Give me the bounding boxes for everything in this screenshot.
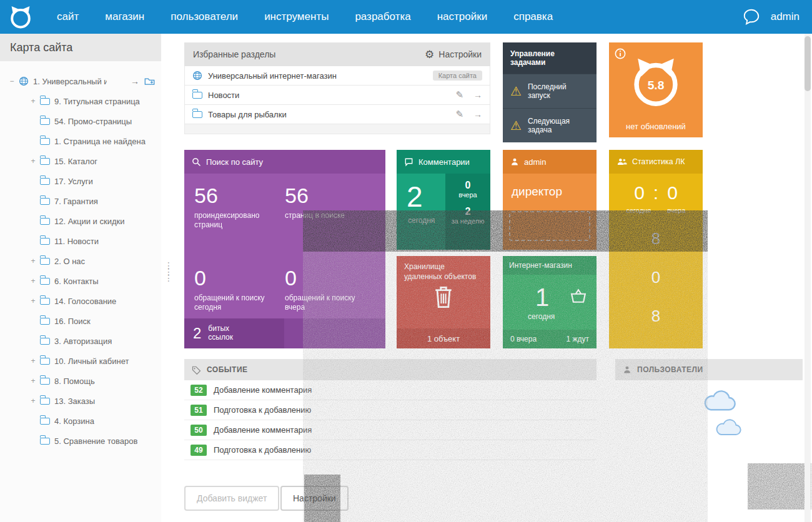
tree-item[interactable]: 17. Услуги: [0, 171, 161, 191]
stat-value: 56: [285, 185, 375, 206]
tree-item[interactable]: +10. Личный кабинет: [0, 351, 161, 371]
trash-widget: Хранилище удаленных объектов 1 объект: [397, 256, 490, 348]
tree-item[interactable]: +9. Титульная страница: [0, 91, 161, 111]
stat-value: 56: [194, 185, 285, 206]
tree-item-label: 15. Каталог: [54, 157, 97, 166]
scrollbar-thumb[interactable]: [805, 36, 811, 91]
menu-item-settings[interactable]: настройки: [424, 0, 500, 34]
update-widget: 5.8 нет обновлений: [609, 42, 703, 137]
hostcms-logo[interactable]: [7, 4, 34, 30]
settings-button[interactable]: Настройки: [280, 486, 349, 511]
tree-item-label: 4. Корзина: [54, 416, 94, 426]
go-to-icon[interactable]: →: [473, 109, 482, 119]
info-icon[interactable]: [615, 48, 626, 62]
trash-icon: [397, 285, 490, 310]
shop-waiting: 1 ждут: [566, 335, 589, 343]
current-user[interactable]: admin: [771, 11, 800, 23]
comments-title: Комментарии: [418, 157, 470, 167]
stat-label: обращений к поиску сегодня: [194, 293, 277, 312]
tree-item[interactable]: 3. Авторизация: [0, 331, 161, 351]
tree-expand-toggle[interactable]: +: [29, 97, 37, 106]
event-row[interactable]: 52 Добавление комментария: [184, 380, 597, 400]
site-search-title: Поиск по сайту: [206, 157, 263, 167]
folder-icon: [192, 111, 202, 118]
comments-widget: Комментарии 2 сегодня 0 вчера 2 за недел…: [397, 150, 490, 250]
event-row[interactable]: 49 Подготовка к добавлению: [184, 440, 597, 460]
tree-item[interactable]: 54. Промо-страницы: [0, 111, 161, 131]
folder-icon: [40, 418, 50, 425]
stat-value: 2: [445, 206, 490, 217]
folder-icon: [40, 278, 50, 285]
favorite-row-news[interactable]: Новости ✎ →: [184, 86, 490, 105]
menu-item-help[interactable]: справка: [500, 0, 566, 34]
menu-item-development[interactable]: разработка: [342, 0, 423, 34]
tree-item[interactable]: 12. Акции и скидки: [0, 211, 161, 231]
folder-icon: [40, 158, 50, 165]
messages-icon[interactable]: [742, 7, 761, 26]
tree-item[interactable]: 7. Гарантия: [0, 191, 161, 211]
event-row[interactable]: 50 Добавление комментария: [184, 420, 597, 440]
tree-item-label: 1. Страница не найдена: [54, 137, 146, 146]
tree-item[interactable]: +2. О нас: [0, 251, 161, 271]
tree-item[interactable]: 4. Корзина: [0, 411, 161, 431]
favorites-settings-label: Настройки: [438, 49, 482, 59]
tree-expand-toggle[interactable]: +: [29, 277, 37, 285]
add-widget-button[interactable]: Добавить виджет: [184, 486, 279, 511]
menu-item-users[interactable]: пользователи: [157, 0, 251, 34]
tree-item[interactable]: +6. Контакты: [0, 271, 161, 291]
broken-links-label: битых ссылок: [208, 325, 247, 342]
tree-expand-toggle[interactable]: +: [29, 157, 37, 165]
sidebar: Карта сайта − 1. Универсальный интернет-…: [0, 34, 161, 522]
edit-icon[interactable]: ✎: [455, 89, 463, 101]
lk-extra-value: 0: [651, 269, 660, 285]
go-to-icon[interactable]: →: [473, 90, 482, 100]
sidebar-title: Карта сайта: [0, 34, 161, 61]
tree-item[interactable]: +15. Каталог: [0, 151, 161, 171]
tree-item[interactable]: 16. Поиск: [0, 311, 161, 331]
favorite-row-fishing[interactable]: Товары для рыбалки ✎ →: [184, 105, 490, 124]
people-icon: [616, 157, 627, 166]
stat-label: проиндексировано страниц: [194, 211, 277, 230]
tree-item-label: 1. Универсальный интернет-магазин: [33, 77, 107, 86]
shop-today-label: сегодня: [528, 312, 555, 321]
scrollbar-track[interactable]: [805, 34, 811, 522]
stat-in-search: 56 страниц в поиске: [285, 185, 375, 230]
site-map-badge: Карта сайта: [433, 71, 482, 81]
broken-links-value: 2: [193, 325, 201, 342]
favorite-row-site[interactable]: Универсальный интернет-магазин Карта сай…: [184, 66, 490, 86]
menu-item-shop[interactable]: магазин: [92, 0, 157, 34]
tree-expand-toggle[interactable]: +: [29, 377, 37, 385]
menu-item-site[interactable]: сайт: [44, 0, 92, 34]
person-icon: [510, 157, 519, 166]
tree-item[interactable]: +14. Голосование: [0, 291, 161, 311]
users-table-title: ПОЛЬЗОВАТЕЛИ: [637, 365, 703, 374]
topbar-right: admin: [742, 0, 800, 34]
tree-expand-toggle[interactable]: +: [29, 357, 37, 365]
sidebar-resize-handle[interactable]: ⋮⋮⋮: [164, 262, 173, 281]
task-last-run[interactable]: ⚠ Последний запуск: [503, 74, 597, 108]
broken-links-stat: 2 битых ссылок: [184, 318, 284, 348]
tree-item[interactable]: +8. Помощь: [0, 371, 161, 391]
favorite-row-label: Универсальный интернет-магазин: [208, 71, 337, 81]
tree-expand-toggle[interactable]: −: [7, 77, 16, 86]
tree-item[interactable]: 11. Новости: [0, 231, 161, 251]
tree-expand-toggle[interactable]: +: [29, 396, 37, 405]
tree-expand-toggle[interactable]: +: [29, 297, 37, 305]
edit-icon[interactable]: ✎: [455, 109, 463, 120]
add-folder-icon[interactable]: [144, 77, 155, 86]
tree-item[interactable]: +13. Заказы: [0, 391, 161, 411]
lk-extra-value: 8: [651, 308, 660, 324]
comment-icon: [404, 157, 413, 167]
go-to-icon[interactable]: →: [131, 76, 139, 86]
row-actions: ✎ →: [455, 89, 482, 101]
menu-item-tools[interactable]: инструменты: [251, 0, 342, 34]
tree-item-label: 12. Акции и скидки: [54, 217, 124, 226]
tree-expand-toggle[interactable]: +: [29, 257, 37, 265]
tree-item-root[interactable]: − 1. Универсальный интернет-магазин →: [0, 71, 161, 91]
tree-item[interactable]: 5. Сравнение товаров: [0, 431, 161, 451]
favorites-settings-button[interactable]: ⚙ Настройки: [425, 48, 482, 61]
event-row[interactable]: 51 Подготовка к добавлению: [184, 400, 597, 420]
task-next-task[interactable]: ⚠ Следующая задача: [503, 108, 597, 142]
user-widget-dashed-area[interactable]: [509, 211, 590, 241]
tree-item[interactable]: 1. Страница не найдена: [0, 131, 161, 151]
